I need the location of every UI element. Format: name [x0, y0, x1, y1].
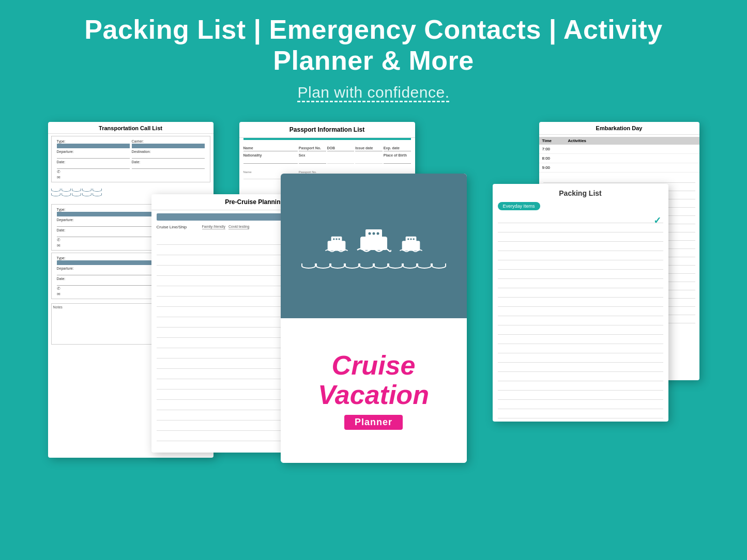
- ship-center-icon: [356, 223, 391, 259]
- departure-label: Departure:: [57, 150, 130, 153]
- embark-title: Embarkation Day: [539, 122, 699, 135]
- col-issue: Issue date: [355, 146, 383, 151]
- cruise-line-label: Cruise Line/Ship: [157, 225, 198, 229]
- embark-table: Time Activities 7:00 8:00 9:00: [539, 137, 699, 173]
- notes-label: Notes: [53, 305, 63, 309]
- packing-lines: [493, 213, 668, 422]
- embark-row-900: 9:00: [539, 163, 699, 173]
- time-900: 9:00: [539, 163, 565, 173]
- packing-badge: Everyday Items: [498, 202, 540, 210]
- activity-700: [565, 145, 699, 154]
- col-place: Place of Birth: [384, 153, 411, 164]
- phone-icon: ✆: [54, 169, 208, 175]
- cover-line1: Cruise: [332, 351, 416, 380]
- packing-badge-container: Everyday Items: [493, 200, 668, 213]
- ship-left-icon: [323, 231, 350, 259]
- time-700: 7:00: [539, 145, 565, 154]
- type-label: Type:: [57, 139, 130, 143]
- cover-line2: Vacation: [318, 380, 429, 410]
- ship-right-icon: [398, 231, 424, 259]
- email-icon: ✉: [54, 175, 208, 180]
- svg-point-3: [336, 238, 337, 240]
- chip-family: Family-friendly: [202, 225, 226, 229]
- data-cell-1: [327, 153, 355, 164]
- time-800: 8:00: [539, 154, 565, 163]
- svg-point-12: [407, 238, 409, 240]
- transport-title: Transportation Call List: [48, 122, 214, 134]
- embark-row-700: 7:00: [539, 145, 699, 154]
- passport-header-row: Name Passport No. DOB Issue date Exp. da…: [239, 143, 415, 153]
- destination-label: Destination:: [132, 150, 205, 153]
- cover-card: Cruise Vacation Planner: [281, 174, 467, 463]
- packing-title: Packing List: [493, 184, 668, 200]
- carrier-label: Carrier:: [132, 139, 205, 143]
- col-exp: Exp. date: [384, 146, 411, 151]
- svg-point-13: [410, 238, 411, 240]
- transport-section-1: Type: Carrier: Departure: Destination:: [51, 136, 210, 182]
- passport-accent-bar: [243, 138, 411, 140]
- header-title: Packing List | Emergency Contacts | Acti…: [41, 14, 706, 76]
- svg-point-4: [338, 238, 340, 240]
- svg-point-14: [413, 238, 414, 240]
- embark-row-800: 8:00: [539, 154, 699, 163]
- svg-point-8: [372, 232, 375, 235]
- page-header: Packing List | Emergency Contacts | Acti…: [0, 0, 747, 106]
- date-label-2: Date:: [132, 160, 205, 164]
- data-cell-2: [355, 153, 383, 164]
- col-name: Name: [243, 146, 298, 151]
- packing-card: Packing List Everyday Items ✓: [493, 184, 668, 422]
- cover-middle: Cruise Vacation Planner: [281, 318, 467, 463]
- col-passport: Passport No.: [299, 146, 326, 151]
- time-col-header: Time: [539, 137, 565, 145]
- chip-covid: Covid testing: [228, 225, 249, 229]
- svg-point-2: [333, 238, 334, 240]
- col-sex: Sex: [299, 153, 326, 164]
- col-dob: DOB: [327, 146, 355, 151]
- svg-point-9: [376, 232, 379, 235]
- col-nat: Nationality: [243, 153, 298, 164]
- check-icon: ✓: [653, 215, 661, 226]
- activity-900: [565, 163, 699, 173]
- cover-planner-badge: Planner: [344, 415, 403, 430]
- passport-extra-row: Nationality Sex Place of Birth: [239, 153, 415, 166]
- svg-point-7: [368, 232, 371, 235]
- date-label: Date:: [57, 160, 130, 164]
- activities-col-header: Activities: [565, 137, 699, 145]
- cover-wave-top: [286, 263, 462, 269]
- header-subtitle: Plan with confidence.: [41, 84, 706, 101]
- cover-top: [281, 174, 467, 318]
- docs-container: Transportation Call List Type: Carrier: …: [48, 112, 699, 473]
- activity-800: [565, 154, 699, 163]
- ships-top-row: [323, 223, 424, 259]
- passport-title: Passport Information List: [239, 122, 415, 138]
